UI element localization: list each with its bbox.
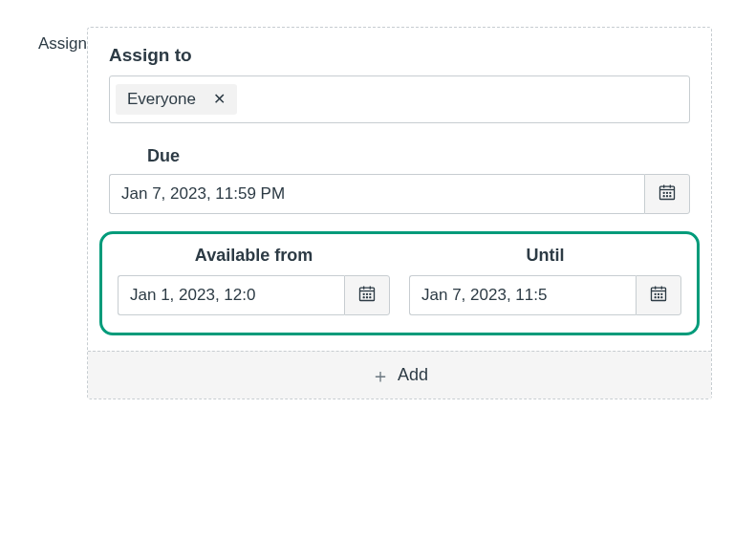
until-label: Until [409, 246, 681, 266]
available-from-input[interactable] [118, 275, 344, 315]
assign-token-text: Everyone [127, 90, 196, 109]
svg-point-27 [655, 297, 656, 298]
svg-point-25 [658, 293, 659, 294]
svg-point-17 [363, 297, 364, 298]
available-from-calendar-button[interactable] [344, 275, 390, 315]
until-calendar-button[interactable] [636, 275, 681, 315]
assign-side-label: Assign [38, 27, 87, 54]
svg-point-29 [661, 297, 662, 298]
svg-point-26 [661, 293, 662, 294]
assign-to-input[interactable]: Everyone ✕ [109, 75, 690, 123]
availability-highlight: Available from [99, 231, 700, 335]
svg-point-9 [670, 196, 671, 197]
assign-token-everyone: Everyone ✕ [116, 84, 237, 115]
add-button[interactable]: ＋ Add [88, 351, 711, 398]
calendar-icon [357, 284, 377, 307]
until-group [409, 275, 681, 315]
svg-point-8 [667, 196, 668, 197]
due-date-input[interactable] [109, 174, 644, 214]
plus-icon: ＋ [371, 366, 390, 385]
svg-point-28 [658, 297, 659, 298]
assign-card: Assign to Everyone ✕ Due [87, 27, 712, 399]
due-date-group [109, 174, 690, 214]
svg-point-5 [667, 192, 668, 193]
assign-to-label: Assign to [109, 45, 690, 66]
available-from-label: Available from [118, 246, 390, 266]
due-calendar-button[interactable] [644, 174, 690, 214]
svg-point-24 [655, 293, 656, 294]
svg-point-14 [363, 293, 364, 294]
svg-point-16 [370, 293, 371, 294]
svg-point-7 [663, 196, 664, 197]
due-label: Due [109, 146, 690, 166]
available-from-group [118, 275, 390, 315]
calendar-icon [658, 183, 677, 205]
until-input[interactable] [409, 275, 636, 315]
svg-point-4 [663, 192, 664, 193]
svg-point-6 [670, 192, 671, 193]
remove-token-icon[interactable]: ✕ [213, 92, 226, 107]
svg-point-15 [367, 293, 368, 294]
add-label: Add [398, 365, 428, 385]
svg-point-19 [370, 297, 371, 298]
calendar-icon [649, 284, 668, 307]
svg-point-18 [367, 297, 368, 298]
